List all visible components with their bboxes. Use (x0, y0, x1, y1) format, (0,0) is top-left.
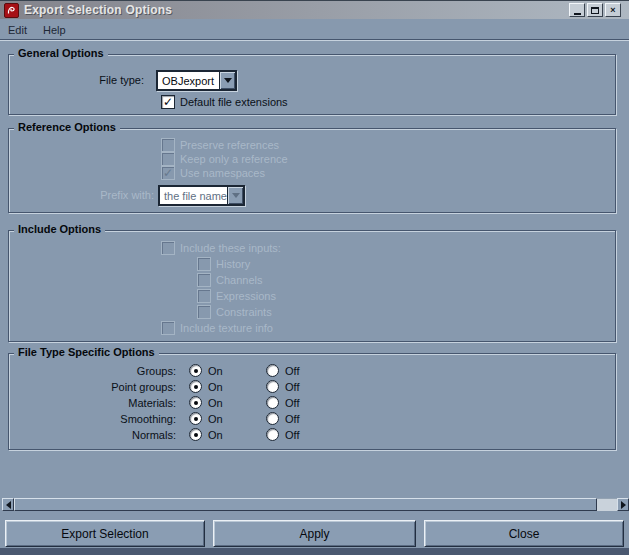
bottom-strip (0, 548, 629, 555)
menu-bar: Edit Help (0, 19, 629, 41)
file-type-dropdown[interactable]: OBJexport (156, 70, 237, 91)
prefix-with-dropdown: the file name (158, 185, 245, 206)
export-selection-button[interactable]: Export Selection (5, 520, 205, 547)
include-these-inputs-label: Include these inputs: (180, 242, 281, 255)
normals-off-label: Off (285, 429, 299, 442)
prefix-with-label: Prefix with: (29, 189, 154, 202)
title-bar[interactable]: Export Selection Options × (0, 1, 629, 19)
preserve-references-checkbox (161, 138, 175, 152)
close-button[interactable]: × (605, 3, 621, 17)
window-controls: × (569, 3, 621, 17)
channels-checkbox (197, 273, 211, 287)
expressions-label: Expressions (216, 290, 276, 303)
chevron-down-icon[interactable] (219, 72, 235, 89)
use-namespaces-checkbox (161, 166, 175, 180)
file-type-specific-options-group: File Type Specific Options Groups: On Of… (8, 353, 616, 450)
include-texture-info-label: Include texture info (180, 322, 273, 335)
include-options-title: Include Options (14, 223, 105, 235)
normals-on-radio[interactable] (189, 428, 202, 441)
maximize-button[interactable] (587, 3, 603, 17)
maya-logo-icon (4, 3, 19, 18)
export-selection-options-dialog: Export Selection Options × Edit Help Gen… (0, 0, 629, 555)
minimize-button[interactable] (569, 3, 585, 17)
minimize-icon (574, 13, 581, 15)
groups-on-radio[interactable] (189, 364, 202, 377)
normals-on-label: On (208, 429, 223, 442)
groups-label: Groups: (29, 365, 176, 378)
prefix-with-value: the file name (160, 187, 227, 204)
general-options-title: General Options (14, 47, 108, 59)
smoothing-on-label: On (208, 413, 223, 426)
include-options-group: Include Options Include these inputs: Hi… (8, 230, 616, 342)
materials-off-radio[interactable] (266, 396, 279, 409)
point-groups-off-label: Off (285, 381, 299, 394)
channels-label: Channels (216, 274, 262, 287)
reference-options-title: Reference Options (14, 121, 120, 133)
arrow-left-icon[interactable] (2, 498, 14, 511)
materials-off-label: Off (285, 397, 299, 410)
triangle-down-glyph (232, 193, 240, 198)
history-label: History (216, 258, 250, 271)
expressions-checkbox (197, 289, 211, 303)
materials-on-radio[interactable] (189, 396, 202, 409)
apply-button[interactable]: Apply (213, 520, 416, 547)
include-these-inputs-checkbox (161, 241, 175, 255)
point-groups-on-label: On (208, 381, 223, 394)
groups-off-label: Off (285, 365, 299, 378)
triangle-down-glyph (224, 78, 232, 83)
arrow-right-icon[interactable] (617, 498, 629, 511)
keep-only-reference-checkbox (161, 152, 175, 166)
triangle-right-glyph (621, 501, 626, 509)
normals-label: Normals: (29, 429, 176, 442)
point-groups-off-radio[interactable] (266, 380, 279, 393)
preserve-references-label: Preserve references (180, 139, 279, 152)
scrollbar-trough[interactable] (597, 498, 617, 511)
close-icon: × (610, 6, 615, 15)
smoothing-label: Smoothing: (29, 413, 176, 426)
window-title: Export Selection Options (24, 3, 172, 17)
file-type-value: OBJexport (158, 72, 219, 89)
smoothing-off-label: Off (285, 413, 299, 426)
scrollbar-thumb[interactable] (14, 498, 597, 511)
default-file-extensions-checkbox[interactable] (161, 95, 175, 109)
materials-on-label: On (208, 397, 223, 410)
close-action-button[interactable]: Close (424, 520, 624, 547)
groups-on-label: On (208, 365, 223, 378)
materials-label: Materials: (29, 397, 176, 410)
smoothing-off-radio[interactable] (266, 412, 279, 425)
general-options-group: General Options File type: OBJexport Def… (8, 54, 616, 115)
constraints-label: Constraints (216, 306, 272, 319)
menu-edit[interactable]: Edit (0, 19, 35, 40)
reference-options-group: Reference Options Preserve references Ke… (8, 128, 616, 213)
keep-only-reference-label: Keep only a reference (180, 153, 288, 166)
history-checkbox (197, 257, 211, 271)
use-namespaces-label: Use namespaces (180, 167, 265, 180)
constraints-checkbox (197, 305, 211, 319)
triangle-left-glyph (6, 501, 11, 509)
menu-help[interactable]: Help (35, 19, 74, 40)
file-type-label: File type: (29, 74, 144, 87)
point-groups-on-radio[interactable] (189, 380, 202, 393)
point-groups-label: Point groups: (29, 381, 176, 394)
default-file-extensions-label: Default file extensions (180, 96, 288, 109)
maximize-icon (591, 7, 599, 14)
chevron-down-icon (227, 187, 243, 204)
groups-off-radio[interactable] (266, 364, 279, 377)
file-type-specific-options-title: File Type Specific Options (14, 346, 159, 358)
normals-off-radio[interactable] (266, 428, 279, 441)
smoothing-on-radio[interactable] (189, 412, 202, 425)
include-texture-info-checkbox (161, 321, 175, 335)
